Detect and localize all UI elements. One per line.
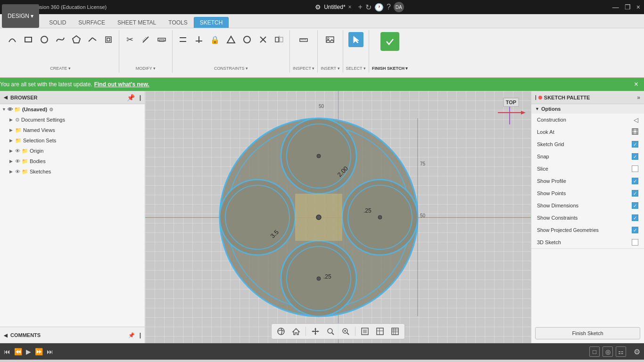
show-points-checkbox[interactable] [632, 190, 638, 197]
rect-tool[interactable] [21, 32, 36, 47]
palette-options-header[interactable]: ▼ Options [531, 104, 644, 114]
new-tab-btn[interactable]: + [358, 3, 363, 11]
browser-item-doc-settings[interactable]: ▶ ⚙ Document Settings [0, 115, 145, 125]
select-tool[interactable] [348, 32, 363, 47]
view-settings-btn[interactable] [388, 325, 402, 338]
offset-tool[interactable] [101, 32, 116, 47]
polygon-tool[interactable] [69, 32, 84, 47]
select-label[interactable]: SELECT ▾ [346, 65, 366, 71]
tab-solid[interactable]: SOLID [43, 17, 72, 28]
cross-constraint[interactable] [256, 32, 271, 47]
mirror-constraint[interactable] [272, 32, 287, 47]
comments-pin-btn[interactable]: 📌 [128, 332, 135, 338]
browser-pin-btn[interactable]: 📌 [127, 94, 135, 101]
insert-label[interactable]: INSERT ▾ [321, 65, 339, 71]
help-icon[interactable]: ? [387, 3, 391, 11]
design-dropdown[interactable]: DESIGN ▾ [2, 4, 39, 28]
palette-row-slice[interactable]: Slice [531, 163, 644, 175]
timeline-next-btn[interactable]: ⏩ [35, 348, 43, 355]
palette-row-snap[interactable]: Snap [531, 150, 644, 163]
3d-sketch-checkbox[interactable] [632, 239, 638, 246]
extend-tool[interactable] [154, 32, 169, 47]
home-btn[interactable] [289, 325, 303, 338]
timeline-prev-btn[interactable]: ⏪ [14, 348, 22, 355]
browser-item-selection-sets[interactable]: ▶ 📁 Selection Sets [0, 135, 145, 146]
tab-title[interactable]: Untitled* [324, 4, 345, 10]
line-tool[interactable] [85, 32, 100, 47]
slice-checkbox[interactable] [632, 165, 638, 172]
comments-collapse-btn[interactable]: | [140, 332, 141, 338]
update-link[interactable]: Find out what's new. [94, 81, 149, 88]
orbit-btn[interactable] [274, 325, 288, 338]
finish-sketch-palette-btn[interactable]: Finish Sketch [535, 327, 640, 339]
browser-item-named-views[interactable]: ▶ 📁 Named Views [0, 125, 145, 135]
timeline-end-btn[interactable]: ⏭ [47, 348, 53, 355]
palette-row-show-projected[interactable]: Show Projected Geometries [531, 224, 644, 236]
tab-surface[interactable]: SURFACE [72, 17, 111, 28]
settings-icon[interactable]: ⚙ [49, 107, 53, 112]
show-profile-checkbox[interactable] [632, 178, 638, 184]
browser-item-unsaved[interactable]: ▼ 👁 📁 (Unsaved) ⚙ [0, 104, 145, 115]
triangle-constraint[interactable] [223, 32, 239, 47]
tab-close-icon[interactable]: × [348, 4, 352, 10]
eye-icon[interactable]: 👁 [15, 158, 20, 164]
refresh-icon[interactable]: ↻ [365, 3, 372, 12]
browser-item-bodies[interactable]: ▶ 👁 📁 Bodies [0, 156, 145, 166]
eye-icon[interactable]: 👁 [8, 107, 13, 112]
palette-row-sketch-grid[interactable]: Sketch Grid [531, 138, 644, 150]
palette-row-show-points[interactable]: Show Points [531, 187, 644, 199]
scissors-tool[interactable]: ✂ [122, 32, 137, 47]
palette-row-look-at[interactable]: Look At [531, 126, 644, 138]
tab-tools[interactable]: TOOLS [162, 17, 193, 28]
lock-constraint[interactable]: 🔒 [207, 32, 223, 47]
timeline-play-btn[interactable]: ▶ [26, 348, 31, 355]
snap-checkbox[interactable] [632, 153, 638, 160]
show-projected-checkbox[interactable] [632, 227, 638, 233]
insert-image-tool[interactable] [322, 32, 338, 47]
browser-item-origin[interactable]: ▶ 👁 📁 Origin [0, 146, 145, 156]
perpendicular-constraint[interactable] [191, 32, 206, 47]
timeline-cycle-btn[interactable]: ◎ [603, 346, 613, 357]
zoom-fit-btn[interactable] [324, 325, 337, 338]
arc-tool[interactable] [5, 32, 20, 47]
timeline-box-select-btn[interactable]: □ [589, 346, 600, 357]
tab-sheet-metal[interactable]: SHEET METAL [111, 17, 162, 28]
palette-row-show-dimensions[interactable]: Show Dimensions [531, 199, 644, 212]
grid-btn[interactable] [373, 325, 387, 338]
finish-sketch-label[interactable]: FINISH SKETCH ▾ [372, 65, 408, 71]
inspect-label[interactable]: INSPECT ▾ [293, 65, 314, 71]
tab-sketch[interactable]: SKETCH [194, 17, 229, 28]
sketch-grid-checkbox[interactable] [632, 141, 638, 148]
maximize-btn[interactable]: ❐ [625, 3, 631, 11]
browser-collapse-btn[interactable]: | [140, 94, 141, 101]
update-close-btn[interactable]: × [634, 80, 638, 89]
browser-item-sketches[interactable]: ▶ 👁 📁 Sketches [0, 166, 145, 177]
circle-tool[interactable] [37, 32, 52, 47]
eye-icon[interactable]: 👁 [15, 169, 20, 174]
palette-row-3d-sketch[interactable]: 3D Sketch [531, 236, 644, 248]
timeline-start-btn[interactable]: ⏮ [4, 348, 10, 355]
user-avatar[interactable]: DA [394, 2, 404, 12]
palette-row-construction[interactable]: Construction ◁ [531, 114, 644, 126]
zoom-btn[interactable] [339, 325, 352, 338]
show-dimensions-checkbox[interactable] [632, 202, 638, 209]
canvas-area[interactable]: 2.00 3.5 .25 .25 75 50 50 [145, 91, 531, 343]
minimize-btn[interactable]: — [612, 3, 619, 11]
palette-expand-btn[interactable]: » [637, 94, 640, 101]
constraints-label[interactable]: CONSTRAINTS ▾ [214, 65, 248, 71]
ruler-tool[interactable] [296, 32, 311, 47]
circle-constraint[interactable] [239, 32, 255, 47]
settings-gear-btn[interactable]: ⚙ [634, 347, 640, 356]
create-label[interactable]: CREATE ▾ [50, 65, 70, 71]
trim-tool[interactable] [138, 32, 153, 47]
palette-row-show-profile[interactable]: Show Profile [531, 175, 644, 187]
view-cube[interactable]: TOP [492, 95, 527, 130]
display-mode-btn[interactable] [358, 325, 372, 338]
spline-tool[interactable] [53, 32, 68, 47]
close-btn[interactable]: × [636, 3, 640, 11]
parallel-constraint[interactable] [175, 32, 190, 47]
modify-label[interactable]: MODIFY ▾ [136, 65, 156, 71]
history-icon[interactable]: 🕐 [374, 3, 384, 12]
pan-btn[interactable] [309, 325, 322, 338]
show-constraints-checkbox[interactable] [632, 214, 638, 221]
